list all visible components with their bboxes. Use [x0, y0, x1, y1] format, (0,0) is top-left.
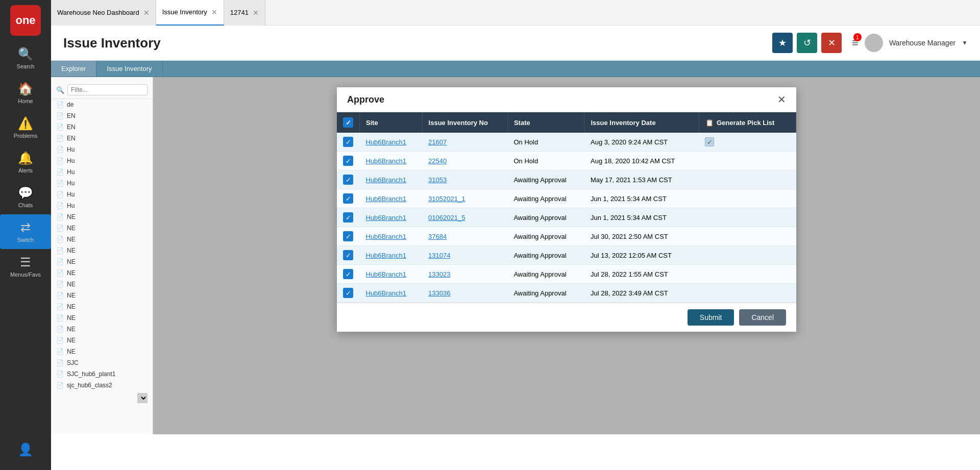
list-item[interactable]: 📄EN	[51, 110, 153, 121]
list-item[interactable]: 📄NE	[51, 312, 153, 324]
row-checkbox[interactable]	[343, 156, 353, 166]
sidebar-item-problems[interactable]: ⚠️ Problems	[0, 110, 51, 145]
list-item[interactable]: 📄Hu	[51, 178, 153, 189]
site-link[interactable]: Hub6Branch1	[366, 289, 407, 297]
table-scroll[interactable]: Site Issue Inventory No State Issue Inve…	[337, 112, 796, 303]
refresh-button[interactable]: ↺	[797, 33, 817, 53]
row-checkbox[interactable]	[343, 137, 353, 147]
list-item[interactable]: 📄NE	[51, 245, 153, 256]
sidebar-item-chats[interactable]: 💬 Chats	[0, 180, 51, 214]
sidebar-item-switch[interactable]: ⇄ Switch	[0, 214, 51, 249]
content-area: 🔍 📄de 📄EN 📄EN 📄EN 📄Hu 📄Hu 📄Hu 📄Hu 📄Hu 📄H…	[51, 77, 980, 434]
row-generate	[699, 152, 796, 170]
site-link[interactable]: Hub6Branch1	[366, 270, 407, 278]
site-link[interactable]: Hub6Branch1	[366, 157, 407, 165]
row-date: May 17, 2021 1:53 AM CST	[584, 170, 699, 189]
list-item[interactable]: 📄NE	[51, 301, 153, 312]
sidebar-item-menus[interactable]: ☰ Menus/Favs	[0, 249, 51, 284]
list-item[interactable]: 📄EN	[51, 121, 153, 133]
favorite-button[interactable]: ★	[772, 33, 793, 53]
issue-no-link[interactable]: 131074	[428, 252, 450, 259]
list-item[interactable]: 📄Hu	[51, 200, 153, 211]
list-item[interactable]: 📄NE	[51, 256, 153, 267]
issue-no-link[interactable]: 37684	[428, 233, 447, 240]
tab-issue-inventory[interactable]: Issue Inventory ✕	[156, 0, 224, 26]
list-item[interactable]: 📄Hu	[51, 166, 153, 178]
row-checkbox[interactable]	[343, 193, 353, 204]
list-item[interactable]: 📄NE	[51, 290, 153, 301]
issue-no-link[interactable]: 31053	[428, 176, 447, 184]
list-item[interactable]: 📄NE	[51, 346, 153, 357]
sidebar-item-label: Chats	[18, 202, 33, 208]
issue-no-link[interactable]: 133023	[428, 270, 450, 278]
row-checkbox[interactable]	[343, 231, 353, 241]
tab-close-warehouse[interactable]: ✕	[143, 9, 150, 17]
generate-checkbox[interactable]: ✓	[705, 137, 714, 146]
list-item[interactable]: 📄NE	[51, 222, 153, 234]
submit-button[interactable]: Submit	[688, 309, 734, 326]
row-site: Hub6Branch1	[360, 152, 423, 170]
list-item[interactable]: 📄NE	[51, 267, 153, 279]
list-item[interactable]: 📄SJC	[51, 357, 153, 368]
tab-close-12741[interactable]: ✕	[253, 9, 259, 17]
site-link[interactable]: Hub6Branch1	[366, 214, 407, 221]
list-item[interactable]: 📄NE	[51, 211, 153, 222]
row-date: Jul 30, 2021 2:50 AM CST	[584, 227, 699, 246]
list-item[interactable]: 📄NE	[51, 324, 153, 335]
list-item[interactable]: 📄Hu	[51, 155, 153, 166]
row-site: Hub6Branch1	[360, 208, 423, 227]
site-link[interactable]: Hub6Branch1	[366, 233, 407, 240]
sidebar-item-alerts[interactable]: 🔔 Alerts	[0, 145, 51, 180]
row-checkbox[interactable]	[343, 212, 353, 222]
list-item[interactable]: 📄NE	[51, 279, 153, 290]
issue-no-link[interactable]: 133036	[428, 289, 450, 297]
sidebar-item-search[interactable]: 🔍 Search	[0, 41, 51, 76]
notification-menu[interactable]: ≡ 1	[852, 36, 859, 50]
avatar	[865, 34, 883, 52]
col-site: Site	[360, 112, 423, 133]
row-checkbox[interactable]	[343, 269, 353, 279]
row-state: Awaiting Approval	[507, 189, 584, 208]
row-site: Hub6Branch1	[360, 227, 423, 246]
approve-modal: Approve ✕ Site Issue Inve	[337, 87, 796, 332]
cancel-button[interactable]: Cancel	[739, 309, 786, 326]
list-item[interactable]: 📄NE	[51, 234, 153, 245]
file-icon: 📄	[56, 236, 64, 243]
modal-close-button[interactable]: ✕	[777, 93, 786, 106]
issue-no-link[interactable]: 01062021_5	[428, 214, 465, 221]
site-link[interactable]: Hub6Branch1	[366, 252, 407, 259]
list-item[interactable]: 📄Hu	[51, 144, 153, 155]
row-site: Hub6Branch1	[360, 246, 423, 265]
list-item[interactable]: 📄NE	[51, 335, 153, 346]
list-item[interactable]: 📄de	[51, 99, 153, 110]
app-logo[interactable]: one	[10, 5, 41, 36]
site-link[interactable]: Hub6Branch1	[366, 138, 407, 146]
page-title: Issue Inventory	[63, 35, 772, 51]
user-dropdown-arrow[interactable]: ▼	[962, 39, 968, 46]
list-item[interactable]: 📄Hu	[51, 189, 153, 200]
close-page-button[interactable]: ✕	[821, 33, 842, 53]
list-item[interactable]: 📄sjc_hub6_class2	[51, 380, 153, 391]
filter-input[interactable]	[67, 84, 148, 95]
row-checkbox[interactable]	[343, 250, 353, 260]
site-link[interactable]: Hub6Branch1	[366, 195, 407, 203]
site-link[interactable]: Hub6Branch1	[366, 176, 407, 184]
tab-close-issue-inventory[interactable]: ✕	[211, 8, 217, 16]
issue-no-link[interactable]: 22540	[428, 157, 447, 165]
list-item[interactable]: 📄SJC_hub6_plant1	[51, 368, 153, 380]
sidebar-item-profile[interactable]: 👤	[18, 436, 33, 465]
tab-12741[interactable]: 12741 ✕	[224, 0, 265, 26]
tab-warehouse[interactable]: Warehouse Neo Dashboard ✕	[51, 0, 156, 26]
select-all-checkbox[interactable]	[343, 117, 353, 128]
file-icon: 📄	[56, 359, 64, 366]
sub-tab-issue-inventory[interactable]: Issue Inventory	[96, 61, 162, 77]
row-checkbox[interactable]	[343, 288, 353, 298]
explorer-scroll[interactable]	[137, 393, 148, 403]
file-icon: 📄	[56, 269, 64, 277]
sidebar-item-home[interactable]: 🏠 Home	[0, 76, 51, 110]
issue-no-link[interactable]: 31052021_1	[428, 195, 465, 203]
sub-tab-explorer[interactable]: Explorer	[51, 61, 96, 77]
issue-no-link[interactable]: 21607	[428, 138, 447, 146]
row-checkbox[interactable]	[343, 175, 353, 185]
list-item[interactable]: 📄EN	[51, 133, 153, 144]
